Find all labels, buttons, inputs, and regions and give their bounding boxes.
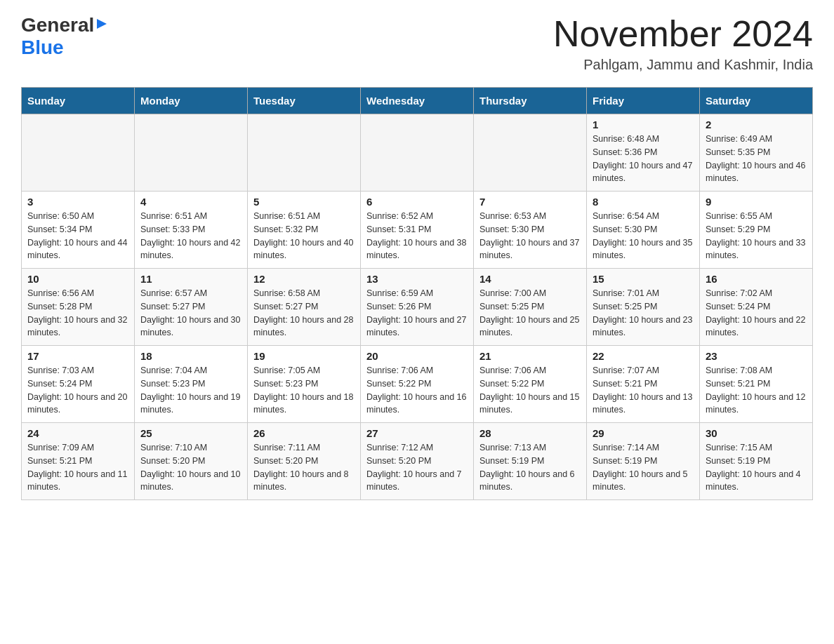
day-info: Sunrise: 6:57 AMSunset: 5:27 PMDaylight:… xyxy=(140,287,241,340)
calendar-cell xyxy=(135,114,248,192)
day-number: 13 xyxy=(366,273,468,285)
day-info: Sunrise: 7:15 AMSunset: 5:19 PMDaylight:… xyxy=(706,441,807,494)
calendar-cell: 15Sunrise: 7:01 AMSunset: 5:25 PMDayligh… xyxy=(587,269,700,346)
day-number: 22 xyxy=(593,350,694,362)
day-info: Sunrise: 6:52 AMSunset: 5:31 PMDaylight:… xyxy=(366,210,468,262)
day-number: 7 xyxy=(479,196,581,208)
calendar-cell: 2Sunrise: 6:49 AMSunset: 5:35 PMDaylight… xyxy=(700,114,813,192)
calendar-cell: 26Sunrise: 7:11 AMSunset: 5:20 PMDayligh… xyxy=(248,423,361,500)
weekday-header-wednesday: Wednesday xyxy=(361,88,474,114)
day-number: 10 xyxy=(27,273,128,285)
calendar-cell: 27Sunrise: 7:12 AMSunset: 5:20 PMDayligh… xyxy=(361,423,474,500)
weekday-header-tuesday: Tuesday xyxy=(248,88,361,114)
day-number: 1 xyxy=(593,119,694,130)
day-number: 2 xyxy=(706,119,807,130)
day-info: Sunrise: 6:59 AMSunset: 5:26 PMDaylight:… xyxy=(366,287,468,340)
day-number: 23 xyxy=(706,350,807,362)
day-info: Sunrise: 7:13 AMSunset: 5:19 PMDaylight:… xyxy=(479,441,581,494)
calendar-cell: 25Sunrise: 7:10 AMSunset: 5:20 PMDayligh… xyxy=(135,423,248,500)
header: General Blue November 2024 Pahlgam, Jamm… xyxy=(21,14,813,73)
weekday-header-sunday: Sunday xyxy=(22,88,135,114)
calendar-row-3: 10Sunrise: 6:56 AMSunset: 5:28 PMDayligh… xyxy=(22,269,813,346)
logo-arrow-icon xyxy=(95,18,108,33)
calendar-cell xyxy=(22,114,135,192)
day-number: 9 xyxy=(706,196,807,208)
calendar-cell: 21Sunrise: 7:06 AMSunset: 5:22 PMDayligh… xyxy=(474,346,587,423)
day-info: Sunrise: 7:07 AMSunset: 5:21 PMDaylight:… xyxy=(593,364,694,417)
calendar-cell: 29Sunrise: 7:14 AMSunset: 5:19 PMDayligh… xyxy=(587,423,700,500)
day-number: 4 xyxy=(140,196,241,208)
day-number: 17 xyxy=(27,350,128,362)
logo-blue-text: Blue xyxy=(21,36,64,58)
day-info: Sunrise: 6:48 AMSunset: 5:36 PMDaylight:… xyxy=(593,133,694,185)
day-number: 30 xyxy=(706,427,807,439)
calendar-cell: 4Sunrise: 6:51 AMSunset: 5:33 PMDaylight… xyxy=(135,192,248,269)
day-info: Sunrise: 7:08 AMSunset: 5:21 PMDaylight:… xyxy=(706,364,807,417)
day-info: Sunrise: 7:00 AMSunset: 5:25 PMDaylight:… xyxy=(479,287,581,340)
calendar-cell: 3Sunrise: 6:50 AMSunset: 5:34 PMDaylight… xyxy=(22,192,135,269)
day-number: 12 xyxy=(253,273,355,285)
day-number: 29 xyxy=(593,427,694,439)
weekday-header-row: SundayMondayTuesdayWednesdayThursdayFrid… xyxy=(22,88,813,114)
calendar-cell: 9Sunrise: 6:55 AMSunset: 5:29 PMDaylight… xyxy=(700,192,813,269)
calendar-cell: 8Sunrise: 6:54 AMSunset: 5:30 PMDaylight… xyxy=(587,192,700,269)
day-info: Sunrise: 6:50 AMSunset: 5:34 PMDaylight:… xyxy=(27,210,128,262)
calendar-cell: 24Sunrise: 7:09 AMSunset: 5:21 PMDayligh… xyxy=(22,423,135,500)
day-info: Sunrise: 7:05 AMSunset: 5:23 PMDaylight:… xyxy=(253,364,355,417)
calendar-row-1: 1Sunrise: 6:48 AMSunset: 5:36 PMDaylight… xyxy=(22,114,813,192)
day-number: 28 xyxy=(479,427,581,439)
day-number: 20 xyxy=(366,350,468,362)
calendar-cell: 17Sunrise: 7:03 AMSunset: 5:24 PMDayligh… xyxy=(22,346,135,423)
day-info: Sunrise: 7:10 AMSunset: 5:20 PMDaylight:… xyxy=(140,441,241,494)
day-info: Sunrise: 7:06 AMSunset: 5:22 PMDaylight:… xyxy=(479,364,581,417)
calendar-cell: 11Sunrise: 6:57 AMSunset: 5:27 PMDayligh… xyxy=(135,269,248,346)
calendar-cell xyxy=(248,114,361,192)
day-info: Sunrise: 6:51 AMSunset: 5:33 PMDaylight:… xyxy=(140,210,241,262)
calendar-cell: 19Sunrise: 7:05 AMSunset: 5:23 PMDayligh… xyxy=(248,346,361,423)
calendar-row-2: 3Sunrise: 6:50 AMSunset: 5:34 PMDaylight… xyxy=(22,192,813,269)
day-info: Sunrise: 6:51 AMSunset: 5:32 PMDaylight:… xyxy=(253,210,355,262)
day-info: Sunrise: 6:56 AMSunset: 5:28 PMDaylight:… xyxy=(27,287,128,340)
day-number: 26 xyxy=(253,427,355,439)
weekday-header-monday: Monday xyxy=(135,88,248,114)
day-number: 25 xyxy=(140,427,241,439)
day-info: Sunrise: 7:09 AMSunset: 5:21 PMDaylight:… xyxy=(27,441,128,494)
month-title: November 2024 xyxy=(553,14,813,54)
day-info: Sunrise: 7:11 AMSunset: 5:20 PMDaylight:… xyxy=(253,441,355,494)
day-number: 16 xyxy=(706,273,807,285)
day-info: Sunrise: 6:58 AMSunset: 5:27 PMDaylight:… xyxy=(253,287,355,340)
day-number: 3 xyxy=(27,196,128,208)
weekday-header-saturday: Saturday xyxy=(700,88,813,114)
day-info: Sunrise: 6:53 AMSunset: 5:30 PMDaylight:… xyxy=(479,210,581,262)
day-number: 27 xyxy=(366,427,468,439)
calendar-cell: 12Sunrise: 6:58 AMSunset: 5:27 PMDayligh… xyxy=(248,269,361,346)
day-info: Sunrise: 7:03 AMSunset: 5:24 PMDaylight:… xyxy=(27,364,128,417)
day-number: 8 xyxy=(593,196,694,208)
day-info: Sunrise: 7:04 AMSunset: 5:23 PMDaylight:… xyxy=(140,364,241,417)
title-area: November 2024 Pahlgam, Jammu and Kashmir… xyxy=(553,14,813,73)
day-number: 5 xyxy=(253,196,355,208)
calendar-cell xyxy=(361,114,474,192)
day-number: 15 xyxy=(593,273,694,285)
day-number: 14 xyxy=(479,273,581,285)
day-number: 11 xyxy=(140,273,241,285)
day-number: 19 xyxy=(253,350,355,362)
day-info: Sunrise: 6:49 AMSunset: 5:35 PMDaylight:… xyxy=(706,133,807,185)
calendar-cell: 6Sunrise: 6:52 AMSunset: 5:31 PMDaylight… xyxy=(361,192,474,269)
day-info: Sunrise: 7:02 AMSunset: 5:24 PMDaylight:… xyxy=(706,287,807,340)
day-number: 24 xyxy=(27,427,128,439)
calendar-cell: 22Sunrise: 7:07 AMSunset: 5:21 PMDayligh… xyxy=(587,346,700,423)
calendar-cell: 10Sunrise: 6:56 AMSunset: 5:28 PMDayligh… xyxy=(22,269,135,346)
logo: General Blue xyxy=(21,14,108,59)
calendar-table: SundayMondayTuesdayWednesdayThursdayFrid… xyxy=(21,87,813,500)
day-info: Sunrise: 6:54 AMSunset: 5:30 PMDaylight:… xyxy=(593,210,694,262)
calendar-cell: 16Sunrise: 7:02 AMSunset: 5:24 PMDayligh… xyxy=(700,269,813,346)
calendar-row-4: 17Sunrise: 7:03 AMSunset: 5:24 PMDayligh… xyxy=(22,346,813,423)
calendar-cell xyxy=(474,114,587,192)
weekday-header-friday: Friday xyxy=(587,88,700,114)
day-info: Sunrise: 6:55 AMSunset: 5:29 PMDaylight:… xyxy=(706,210,807,262)
logo-general-text: General xyxy=(21,14,94,36)
weekday-header-thursday: Thursday xyxy=(474,88,587,114)
calendar-row-5: 24Sunrise: 7:09 AMSunset: 5:21 PMDayligh… xyxy=(22,423,813,500)
day-info: Sunrise: 7:12 AMSunset: 5:20 PMDaylight:… xyxy=(366,441,468,494)
